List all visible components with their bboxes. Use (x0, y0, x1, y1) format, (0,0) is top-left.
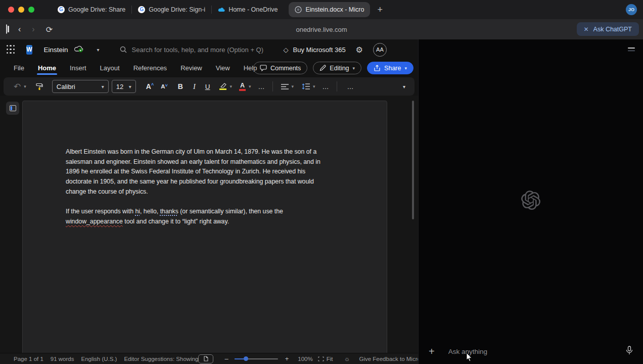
browser-profile-avatar[interactable]: JO (626, 4, 637, 15)
reload-icon[interactable]: ⟳ (46, 25, 53, 34)
zoom-slider-thumb[interactable] (244, 356, 248, 361)
tab-label: Google Drive: Sign-i (149, 6, 205, 13)
toolbar-divider (272, 81, 273, 92)
word-count[interactable]: 91 words (51, 356, 74, 362)
paragraph1-line: 1896 he enrolled at the Swiss Federal In… (66, 167, 320, 177)
align-chevron-icon[interactable]: ▾ (292, 84, 294, 89)
font-size-select[interactable]: 12 ▾ (112, 80, 136, 93)
ribbon-collapse-chevron-icon[interactable]: ▾ (403, 84, 405, 89)
zoom-in-button[interactable]: + (285, 355, 289, 362)
new-tab-button[interactable]: + (377, 5, 383, 15)
font-color-button[interactable]: A (239, 82, 246, 91)
page-icon (204, 356, 208, 361)
tab-einstein-docx[interactable]: Einstein.docx - Micro (289, 2, 370, 17)
align-button[interactable] (281, 84, 289, 89)
tab-view[interactable]: View (216, 61, 230, 75)
more-toolbar-options-button[interactable]: … (347, 83, 354, 90)
more-font-options-button[interactable]: … (258, 83, 265, 90)
page-count[interactable]: Page 1 of 1 (14, 356, 43, 362)
more-paragraph-options-button[interactable]: … (323, 83, 330, 90)
language[interactable]: English (U.S.) (81, 356, 117, 362)
tab-google-drive-signin[interactable]: G Google Drive: Sign-i (132, 2, 211, 17)
zoom-window-button[interactable] (28, 7, 34, 13)
share-icon (374, 65, 381, 71)
pane-icon (10, 105, 16, 111)
zoom-slider[interactable] (235, 358, 278, 359)
format-painter-icon[interactable] (35, 83, 43, 90)
sidebar-toggle-icon[interactable] (6, 25, 7, 34)
fit-page-button[interactable]: Fit (318, 356, 333, 362)
editing-label: Editing (330, 65, 349, 72)
paragraph1-line: doctorate in 1905, and the same year he … (66, 177, 320, 187)
url-bar[interactable]: onedrive.live.com (296, 26, 347, 33)
paragraph1-line: Albert Einstein was born in the German c… (66, 147, 320, 157)
comment-icon (260, 65, 267, 71)
tab-layout[interactable]: Layout (100, 61, 120, 75)
tab-file[interactable]: File (14, 61, 24, 75)
app-launcher-icon[interactable] (7, 45, 15, 54)
tab-google-drive-share[interactable]: G Google Drive: Share (52, 2, 131, 17)
highlight-color-button[interactable] (219, 83, 226, 90)
search-bar[interactable] (120, 46, 284, 54)
brightness-icon[interactable]: ☼ (344, 355, 350, 362)
zoom-level[interactable]: 100% (298, 356, 312, 362)
italic-button[interactable]: I (193, 82, 196, 91)
document-title[interactable]: Einstein (44, 46, 68, 54)
screen: G Google Drive: Share G Google Drive: Si… (0, 0, 643, 364)
pencil-icon (319, 65, 326, 71)
share-button[interactable]: Share ▾ (367, 62, 414, 74)
buy-microsoft-365-button[interactable]: ◇ Buy Microsoft 365 (284, 46, 346, 54)
forward-icon[interactable]: › (32, 25, 34, 34)
font-color-chevron-icon[interactable]: ▾ (249, 84, 251, 89)
saved-to-cloud-icon[interactable] (74, 45, 84, 55)
empty-line (66, 197, 320, 207)
chatgpt-panel: + (418, 39, 643, 364)
buy-label: Buy Microsoft 365 (293, 46, 346, 54)
attach-plus-icon[interactable]: + (429, 346, 435, 357)
page-view-button[interactable] (198, 354, 213, 363)
navigation-pane-toggle[interactable] (6, 102, 19, 115)
microphone-icon[interactable] (626, 346, 633, 357)
browser-tab-bar: G Google Drive: Share G Google Drive: Si… (0, 0, 643, 19)
tab-review[interactable]: Review (180, 61, 202, 75)
document-text[interactable]: Albert Einstein was born in the German c… (66, 147, 320, 227)
undo-chevron-icon[interactable]: ▾ (24, 84, 26, 89)
back-icon[interactable]: ‹ (18, 25, 21, 34)
underline-button[interactable]: U (205, 83, 210, 90)
font-name-select[interactable]: Calibri ▾ (52, 80, 109, 93)
grow-font-button[interactable]: A˄ (146, 82, 154, 90)
undo-button[interactable]: ↶ (14, 81, 21, 92)
tab-label: Einstein.docx - Micro (305, 6, 364, 13)
chevron-down-icon: ▾ (129, 84, 131, 89)
paragraph1-line: salesman and engineer. Einstein showed a… (66, 157, 320, 167)
ask-chatgpt-button[interactable]: ✕ Ask ChatGPT (577, 22, 639, 36)
chat-composer[interactable]: + (419, 339, 643, 364)
comments-button[interactable]: Comments (253, 62, 307, 74)
line-spacing-button[interactable] (302, 83, 310, 89)
document-page[interactable]: Albert Einstein was born in the German c… (22, 101, 387, 353)
title-chevron-down-icon[interactable]: ▾ (97, 47, 100, 53)
gear-icon[interactable]: ⚙ (356, 45, 363, 55)
search-input[interactable] (132, 46, 284, 54)
account-avatar[interactable]: AA (373, 43, 387, 57)
shrink-font-button[interactable]: A˅ (161, 83, 168, 89)
tab-home-onedrive[interactable]: Home - OneDrive (212, 2, 284, 17)
panel-menu-icon[interactable] (628, 48, 635, 51)
close-icon[interactable]: ✕ (584, 26, 589, 33)
minimize-window-button[interactable] (18, 7, 24, 13)
line-spacing-chevron-icon[interactable]: ▾ (313, 84, 315, 89)
vertical-scrollbar[interactable] (412, 101, 414, 219)
word-logo[interactable]: W (26, 45, 32, 55)
browser-nav-bar: ‹ › ⟳ onedrive.live.com ✕ Ask ChatGPT (0, 19, 643, 39)
chevron-down-icon: ▾ (102, 84, 104, 89)
editor-suggestions[interactable]: Editor Suggestions: Showing (124, 356, 198, 362)
highlight-chevron-icon[interactable]: ▾ (229, 84, 232, 89)
tab-home[interactable]: Home (38, 61, 56, 75)
tab-references[interactable]: References (133, 61, 167, 75)
close-window-button[interactable] (8, 7, 14, 13)
font-name-value: Calibri (57, 83, 75, 90)
zoom-out-button[interactable]: – (224, 355, 228, 362)
tab-insert[interactable]: Insert (70, 61, 86, 75)
editing-mode-button[interactable]: Editing ▾ (313, 62, 361, 74)
bold-button[interactable]: B (178, 82, 183, 90)
